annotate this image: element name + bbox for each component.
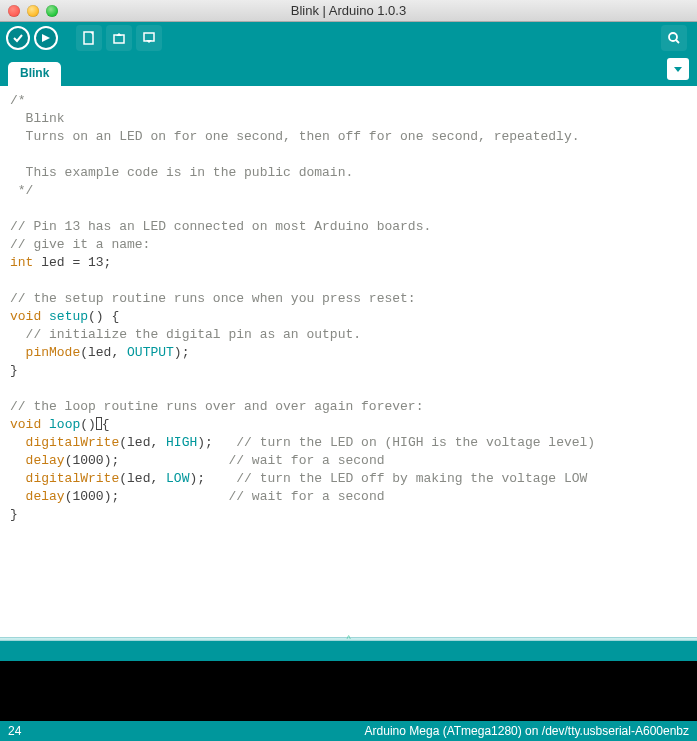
tab-blink[interactable]: Blink (8, 62, 61, 86)
svg-line-8 (676, 40, 679, 43)
status-bar (0, 641, 697, 661)
window-controls (0, 5, 58, 17)
svg-rect-3 (114, 35, 124, 43)
svg-rect-5 (144, 33, 154, 41)
code-content: /* Blink Turns on an LED on for one seco… (10, 92, 687, 524)
close-window-button[interactable] (8, 5, 20, 17)
tab-bar: Blink (0, 54, 697, 86)
tab-menu-button[interactable] (667, 58, 689, 80)
code-editor[interactable]: /* Blink Turns on an LED on for one seco… (0, 86, 697, 637)
upload-button[interactable] (34, 26, 58, 50)
svg-marker-9 (674, 67, 682, 72)
svg-point-7 (669, 33, 677, 41)
open-sketch-button[interactable] (106, 25, 132, 51)
console-output[interactable] (0, 661, 697, 721)
svg-rect-1 (84, 32, 93, 44)
footer-bar: 24 Arduino Mega (ATmega1280) on /dev/tty… (0, 721, 697, 741)
titlebar: Blink | Arduino 1.0.3 (0, 0, 697, 22)
line-number: 24 (8, 724, 21, 738)
verify-button[interactable] (6, 26, 30, 50)
save-sketch-button[interactable] (136, 25, 162, 51)
board-port-info: Arduino Mega (ATmega1280) on /dev/tty.us… (365, 724, 689, 738)
new-sketch-button[interactable] (76, 25, 102, 51)
svg-marker-0 (42, 34, 50, 42)
serial-monitor-button[interactable] (661, 25, 687, 51)
zoom-window-button[interactable] (46, 5, 58, 17)
toolbar (0, 22, 697, 54)
window-title: Blink | Arduino 1.0.3 (0, 3, 697, 18)
minimize-window-button[interactable] (27, 5, 39, 17)
